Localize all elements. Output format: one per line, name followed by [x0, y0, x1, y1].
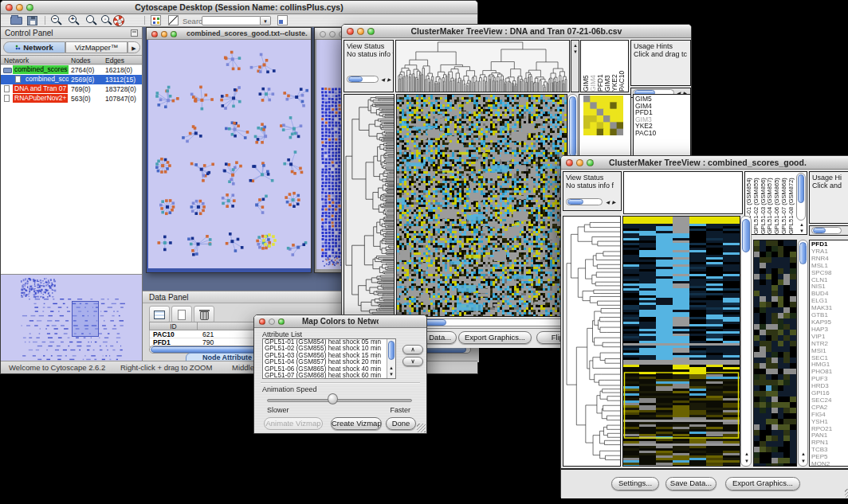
- scroll-down-icon[interactable]: [799, 229, 804, 233]
- summary-heatmap[interactable]: [754, 240, 796, 466]
- network-window1-titlebar[interactable]: combined_scores_good.txt--cluste...: [147, 28, 311, 40]
- attribute-list-vscrollbar[interactable]: [387, 339, 395, 378]
- maximize-button[interactable]: [587, 159, 594, 166]
- correlation-matrix[interactable]: [583, 96, 623, 135]
- attribute-item[interactable]: GPL51-07 (GSM868) heat shock 60 min: [263, 373, 395, 379]
- tab-vizmapper[interactable]: VizMapper™: [65, 41, 128, 53]
- attribute-select-button[interactable]: [149, 306, 170, 323]
- resize-grip[interactable]: [417, 424, 426, 432]
- help-icon[interactable]: [113, 15, 124, 26]
- close-button[interactable]: [6, 4, 13, 11]
- zoom-out-icon[interactable]: [50, 14, 62, 26]
- column-dendrogram[interactable]: [396, 41, 569, 92]
- network-table-row[interactable]: combined_scores2764(0)16218(0): [1, 65, 142, 75]
- settings-button[interactable]: Settings...: [611, 477, 659, 490]
- treeview-combined-titlebar[interactable]: ClusterMaker TreeView : combined_scores_…: [561, 156, 848, 170]
- scroll-down-icon[interactable]: [801, 459, 806, 463]
- expression-heatmap[interactable]: [623, 217, 740, 466]
- attribute-list[interactable]: GPL51-01 (GSM854) heat shock 05 minGPL51…: [262, 338, 396, 379]
- hints-hscrollbar[interactable]: [811, 227, 842, 234]
- heatmap-vscrollbar[interactable]: [740, 216, 752, 467]
- new-attribute-button[interactable]: [171, 306, 192, 323]
- minimize-button[interactable]: [357, 28, 364, 35]
- network-table-row[interactable]: RNAPuberNov2+563(0)107847(0): [1, 94, 142, 104]
- expression-heatmap[interactable]: [397, 95, 567, 316]
- treeview-dna-titlebar[interactable]: ClusterMaker TreeView : DNA and Tran 07-…: [342, 25, 691, 38]
- zoom-in-icon[interactable]: [68, 14, 80, 26]
- minimize-button[interactable]: [329, 31, 336, 37]
- scroll-up-icon[interactable]: [744, 451, 749, 456]
- tab-network[interactable]: Network: [3, 41, 65, 53]
- animation-speed-slider[interactable]: [267, 399, 412, 402]
- create-vizmap-button[interactable]: Create Vizmap: [331, 417, 382, 430]
- search-dropdown-button[interactable]: [261, 16, 271, 25]
- minimize-button[interactable]: [161, 31, 167, 37]
- save-data-button[interactable]: Save Data...: [665, 477, 716, 490]
- scroll-up-icon[interactable]: [801, 451, 806, 456]
- tab-overflow-button[interactable]: [128, 41, 140, 53]
- move-up-button[interactable]: ∧: [402, 345, 423, 354]
- row-dendrogram[interactable]: [563, 217, 620, 466]
- minimize-button[interactable]: [16, 4, 23, 11]
- import-table-icon[interactable]: [277, 15, 288, 25]
- close-button[interactable]: [566, 159, 573, 166]
- scrollbar-thumb[interactable]: [742, 219, 750, 252]
- scrollbar-thumb[interactable]: [388, 341, 395, 360]
- scroll-up-icon[interactable]: [799, 222, 804, 227]
- animate-vizmap-button[interactable]: Animate Vizmap: [264, 417, 323, 430]
- scrollbar-thumb[interactable]: [569, 96, 576, 157]
- close-button[interactable]: [347, 28, 354, 35]
- status-hscrollbar[interactable]: [566, 198, 603, 205]
- main-titlebar[interactable]: Cytoscape Desktop (Session Name: collins…: [1, 1, 477, 14]
- column-nodes[interactable]: Nodes: [71, 57, 91, 64]
- maximize-button[interactable]: [171, 31, 177, 37]
- scroll-down-icon[interactable]: [744, 459, 749, 463]
- scrollbar-thumb[interactable]: [813, 228, 826, 233]
- move-down-button[interactable]: ∨: [402, 357, 423, 366]
- maximize-button[interactable]: [26, 4, 33, 11]
- float-panel-icon[interactable]: [131, 29, 138, 37]
- save-session-icon[interactable]: [27, 16, 37, 25]
- node-attributes-icon[interactable]: [151, 15, 161, 25]
- network-table-row[interactable]: DNA and Tran 07769(0)183728(0): [1, 84, 142, 94]
- maximize-button[interactable]: [367, 28, 375, 35]
- scroll-right-icon[interactable]: [387, 77, 391, 82]
- network-canvas-1[interactable]: [148, 40, 311, 268]
- resize-grip[interactable]: [845, 489, 848, 498]
- scroll-left-icon[interactable]: [606, 200, 610, 205]
- export-graphics-button[interactable]: Export Graphics...: [725, 477, 800, 490]
- scroll-down-icon[interactable]: [573, 49, 578, 54]
- search-input[interactable]: [202, 16, 261, 25]
- annotation-icon[interactable]: [168, 15, 179, 25]
- labels-vscrollbar[interactable]: [796, 173, 806, 221]
- dendrogram-scroll-strip[interactable]: [571, 40, 579, 92]
- slider-thumb[interactable]: [328, 393, 338, 404]
- zoom-selected-icon[interactable]: [100, 14, 112, 26]
- done-button[interactable]: Done: [386, 417, 416, 430]
- close-button[interactable]: [320, 31, 326, 37]
- scroll-down-icon[interactable]: [389, 372, 394, 377]
- zoom-fit-icon[interactable]: [85, 14, 97, 26]
- open-session-icon[interactable]: [10, 17, 22, 25]
- column-edges[interactable]: Edges: [105, 57, 124, 64]
- column-network[interactable]: Network: [4, 57, 29, 64]
- scroll-left-icon[interactable]: [381, 77, 385, 82]
- scrollbar-thumb[interactable]: [348, 76, 363, 82]
- gene-list-vscrollbar[interactable]: [798, 240, 808, 467]
- delete-attribute-button[interactable]: [194, 306, 214, 323]
- minimize-button[interactable]: [576, 159, 583, 166]
- dialog-titlebar[interactable]: Map Colors to Network: [254, 315, 426, 328]
- export-graphics-button[interactable]: Export Graphics...: [458, 331, 532, 344]
- minimize-button[interactable]: [269, 318, 275, 325]
- scrollbar-thumb[interactable]: [567, 199, 583, 205]
- column-id[interactable]: ID: [150, 322, 198, 330]
- scrollbar-thumb[interactable]: [798, 174, 804, 203]
- scroll-up-icon[interactable]: [573, 43, 578, 48]
- close-button[interactable]: [151, 31, 158, 37]
- network-overview-thumbnail[interactable]: [2, 275, 142, 361]
- close-button[interactable]: [259, 318, 265, 325]
- network-table-row[interactable]: combined_sco2569(6)13112(15): [1, 75, 142, 84]
- row-dendrogram[interactable]: [344, 95, 394, 316]
- scrollbar-thumb[interactable]: [799, 242, 807, 264]
- status-hscrollbar[interactable]: [347, 76, 379, 83]
